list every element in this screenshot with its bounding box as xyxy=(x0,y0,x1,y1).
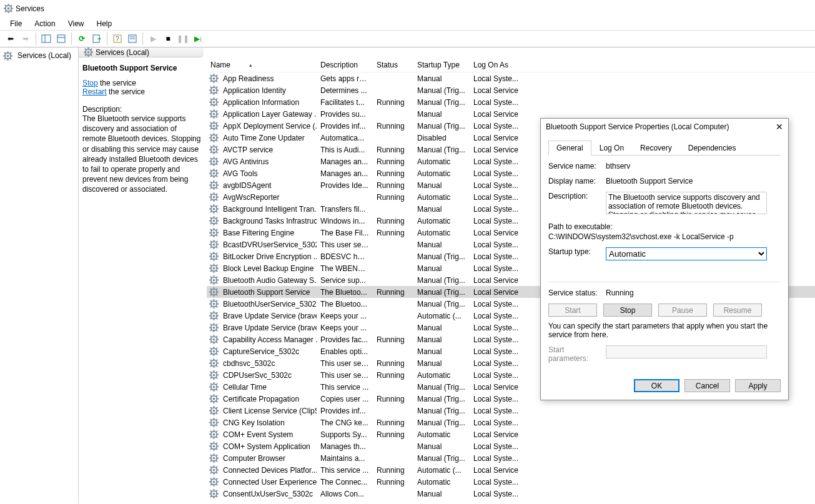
gear-icon xyxy=(209,358,219,368)
stop-button[interactable]: Stop xyxy=(603,304,652,317)
table-row[interactable]: Application IdentityDetermines ...Manual… xyxy=(207,84,815,96)
description-textarea[interactable]: The Bluetooth service supports discovery… xyxy=(606,192,767,214)
service-description: This user ser... xyxy=(317,359,373,368)
service-status: Running xyxy=(373,193,413,202)
table-row[interactable]: Connected Devices Platfor...This service… xyxy=(207,464,815,476)
menu-file[interactable]: File xyxy=(4,18,28,29)
service-logon: Local Syste... xyxy=(470,478,526,487)
nav-forward-icon[interactable]: ➡ xyxy=(19,32,32,46)
menu-help[interactable]: Help xyxy=(91,18,119,29)
service-description: Manages an... xyxy=(317,169,373,178)
start-parameters-label: Start parameters: xyxy=(548,345,606,363)
startup-type-select[interactable]: Automatic xyxy=(606,247,767,260)
service-logon: Local Service xyxy=(470,383,526,392)
table-row[interactable]: ConsentUxUserSvc_5302cAllows Con...Manua… xyxy=(207,488,815,500)
service-name: AvgWscReporter xyxy=(223,193,279,202)
tab-general[interactable]: General xyxy=(548,141,591,156)
tab-logon[interactable]: Log On xyxy=(591,141,632,156)
service-name: Application Layer Gateway ... xyxy=(223,110,317,119)
tab-dependencies[interactable]: Dependencies xyxy=(680,141,744,156)
dialog-tabs: General Log On Recovery Dependencies xyxy=(548,140,781,156)
service-logon: Local Syste... xyxy=(470,300,526,309)
service-pause-icon[interactable]: ❚❚ xyxy=(176,32,190,46)
service-startup: Automatic (... xyxy=(413,312,470,320)
service-description: Supports Sy... xyxy=(317,430,373,439)
service-name: AVG Antivirus xyxy=(223,157,269,166)
service-startup: Manual (Trig... xyxy=(413,252,470,261)
column-header-description[interactable]: Description xyxy=(317,57,373,72)
service-name: CaptureService_5302c xyxy=(223,347,299,356)
service-description: Automatica... xyxy=(317,134,373,142)
toolbar: ⬅ ➡ ⟳ ? ▶ ■ ❚❚ ▶| xyxy=(0,31,815,47)
service-description: BDESVC hos... xyxy=(317,252,373,261)
service-name: Cellular Time xyxy=(223,383,267,392)
gear-icon xyxy=(84,47,93,57)
content-header-label: Services (Local) xyxy=(96,48,149,57)
menu-action[interactable]: Action xyxy=(28,18,61,29)
cancel-button[interactable]: Cancel xyxy=(684,379,730,392)
gear-icon xyxy=(209,252,219,261)
gear-icon xyxy=(209,145,219,154)
service-description: The Bluetoo... xyxy=(317,300,373,309)
restart-service-link[interactable]: Restart xyxy=(82,87,107,96)
table-row[interactable]: Computer BrowserMaintains a...Manual (Tr… xyxy=(207,452,815,464)
service-startup: Manual xyxy=(413,74,470,83)
table-row[interactable]: Connected User Experience...The Connec..… xyxy=(207,476,815,488)
service-logon: Local Syste... xyxy=(470,98,526,107)
service-description: Gets apps re... xyxy=(317,74,373,83)
services-app-icon xyxy=(4,4,13,13)
service-description: Manages an... xyxy=(317,157,373,166)
table-row[interactable]: COM+ Event SystemSupports Sy...RunningAu… xyxy=(207,428,815,440)
table-row[interactable]: Client License Service (ClipS...Provides… xyxy=(207,405,815,417)
column-header-logon[interactable]: Log On As xyxy=(470,57,526,72)
stop-service-link[interactable]: Stop xyxy=(82,79,98,87)
service-description: This is Audi... xyxy=(317,146,373,154)
column-header-startup[interactable]: Startup Type xyxy=(413,57,470,72)
service-description: Facilitates t... xyxy=(317,98,373,107)
export-list-icon[interactable] xyxy=(90,32,104,46)
service-name: AVCTP service xyxy=(223,146,273,154)
apply-button[interactable]: Apply xyxy=(735,379,781,392)
service-logon: Local Service xyxy=(470,276,526,285)
service-name: App Readiness xyxy=(223,74,274,83)
refresh-icon[interactable]: ⟳ xyxy=(75,32,89,46)
tree-item-services-local[interactable]: Services (Local) xyxy=(1,50,77,61)
service-start-icon[interactable]: ▶ xyxy=(146,32,160,46)
show-hide-tree-icon[interactable] xyxy=(39,32,53,46)
gear-icon xyxy=(209,275,219,285)
table-row[interactable]: App ReadinessGets apps re...ManualLocal … xyxy=(207,72,815,84)
ok-button[interactable]: OK xyxy=(634,379,679,392)
service-restart-icon[interactable]: ▶| xyxy=(191,32,205,46)
service-stop-icon[interactable]: ■ xyxy=(161,32,175,46)
menu-view[interactable]: View xyxy=(62,18,91,29)
start-parameters-input xyxy=(606,345,767,358)
properties-icon[interactable] xyxy=(54,32,68,46)
service-name-label: Service name: xyxy=(548,162,606,170)
service-status: Running xyxy=(373,217,413,225)
service-logon: Local Syste... xyxy=(470,335,526,344)
table-row[interactable]: Application InformationFacilitates t...R… xyxy=(207,96,815,108)
tab-recovery[interactable]: Recovery xyxy=(632,141,680,156)
startup-type-label: Startup type: xyxy=(548,247,606,256)
column-header-name[interactable]: Name▴ xyxy=(207,57,317,72)
nav-back-icon[interactable]: ⬅ xyxy=(4,32,17,46)
column-header-status[interactable]: Status xyxy=(373,57,413,72)
service-description: Keeps your ... xyxy=(317,312,373,320)
service-logon: Local Service xyxy=(470,229,526,237)
close-icon[interactable]: ✕ xyxy=(776,122,783,132)
menubar: File Action View Help xyxy=(0,17,815,31)
service-name: Certificate Propagation xyxy=(223,395,299,403)
table-row[interactable]: COM+ System ApplicationManages th...Manu… xyxy=(207,440,815,452)
properties2-icon[interactable] xyxy=(126,32,139,46)
service-logon: Local Syste... xyxy=(470,205,526,214)
service-startup: Automatic xyxy=(413,169,470,178)
table-row[interactable]: CNG Key IsolationThe CNG ke...RunningMan… xyxy=(207,417,815,428)
description-label: Description: xyxy=(548,192,606,200)
help-icon[interactable]: ? xyxy=(111,32,124,46)
service-description: Keeps your ... xyxy=(317,324,373,332)
service-status: Running xyxy=(373,359,413,368)
gear-icon xyxy=(209,430,219,439)
service-startup: Manual (Trig... xyxy=(413,122,470,131)
gear-icon xyxy=(209,299,219,309)
service-startup: Manual xyxy=(413,335,470,344)
